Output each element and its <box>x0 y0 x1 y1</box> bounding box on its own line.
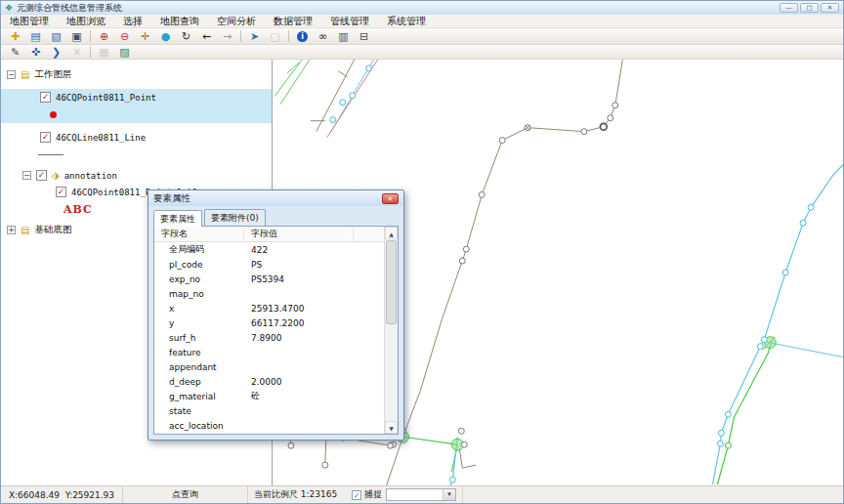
pipeline-segment[interactable] <box>712 165 843 484</box>
zoom-in-button[interactable]: ⊕ <box>95 29 113 44</box>
print-button[interactable]: ⊟ <box>355 29 373 44</box>
menu-item-2[interactable]: 选择 <box>114 15 151 28</box>
clear-selection-button[interactable]: ▢ <box>266 29 284 44</box>
pipeline-node[interactable] <box>782 270 788 275</box>
dialog-title-bar[interactable]: 要素属性 ✕ <box>148 190 403 206</box>
pipeline-node[interactable] <box>479 191 485 197</box>
save-button[interactable]: ▣ <box>67 29 86 44</box>
pipeline-segment[interactable] <box>459 448 476 468</box>
layer-checkbox[interactable]: ✓ <box>40 92 51 103</box>
table-row[interactable]: y66117.2200 <box>154 315 384 330</box>
menu-item-6[interactable]: 管线管理 <box>321 15 378 28</box>
layer-item-line[interactable]: ✓ 46CQLine0811_Line <box>1 129 272 163</box>
delete-feature-button[interactable]: ✕ <box>67 45 86 60</box>
pipeline-node[interactable] <box>322 462 328 468</box>
layer-checkbox[interactable]: ✓ <box>40 132 51 143</box>
snap-layer-combobox[interactable]: ▾ <box>386 488 456 501</box>
zoom-out-button[interactable]: ⊖ <box>115 29 134 44</box>
pipeline-node[interactable] <box>725 411 731 417</box>
table-row[interactable]: exp_noPS5394 <box>154 272 384 286</box>
minimize-button[interactable]: — <box>780 3 798 13</box>
expand-icon[interactable]: + <box>7 226 16 234</box>
table-row[interactable]: d_deep2.0000 <box>154 374 384 389</box>
scroll-up-icon[interactable]: ▲ <box>385 227 398 239</box>
pipeline-node[interactable] <box>449 477 455 483</box>
pipeline-segment[interactable] <box>325 439 326 464</box>
pipeline-node[interactable] <box>388 442 394 448</box>
pipeline-node[interactable] <box>366 65 372 71</box>
table-row[interactable]: map_no <box>154 286 384 301</box>
forward-button[interactable]: → <box>218 29 236 44</box>
pipeline-node[interactable] <box>288 442 294 448</box>
pipeline-node[interactable] <box>340 100 346 105</box>
pipeline-node[interactable] <box>800 220 806 226</box>
dialog-close-icon[interactable]: ✕ <box>382 193 399 204</box>
pipeline-node[interactable] <box>461 441 467 447</box>
menu-item-3[interactable]: 地图查询 <box>151 15 208 28</box>
table-row[interactable]: state <box>154 403 384 418</box>
move-feature-button[interactable]: ✜ <box>26 45 45 60</box>
layer-item-point-selected[interactable]: ✓ 46CQPoint0811_Point <box>1 89 272 123</box>
menu-item-0[interactable]: 地图管理 <box>1 15 58 28</box>
pipeline-node[interactable] <box>600 123 607 130</box>
select-features-button[interactable]: ➤ <box>245 29 264 44</box>
full-extent-button[interactable]: ● <box>156 29 175 44</box>
maximize-button[interactable]: □ <box>800 3 819 13</box>
pipeline-node[interactable] <box>757 344 763 350</box>
menu-item-7[interactable]: 系统管理 <box>378 15 435 28</box>
pipeline-segment[interactable] <box>387 60 623 485</box>
tab-feature-attachments[interactable]: 要素附件(0) <box>204 209 266 226</box>
measure-button[interactable]: ▥ <box>334 29 353 44</box>
menu-item-4[interactable]: 空间分析 <box>208 15 265 28</box>
table-row[interactable]: pl_codePS <box>154 257 384 272</box>
back-button[interactable]: ← <box>197 29 216 44</box>
table-row[interactable]: appendant <box>154 359 384 374</box>
pipeline-node[interactable] <box>717 441 723 446</box>
dialog-scrollbar[interactable]: ▲ ▼ <box>384 227 398 434</box>
layer-manager-button[interactable]: ▤ <box>26 29 45 44</box>
refresh-button[interactable]: ↻ <box>177 29 195 44</box>
image-button[interactable]: ▨ <box>115 45 134 60</box>
pipeline-node[interactable] <box>718 430 724 436</box>
table-row[interactable]: 全局编码422 <box>154 242 384 257</box>
pipeline-node[interactable] <box>458 428 464 434</box>
layer-group-annotation[interactable]: − ✓ ⬗ annotation <box>1 167 272 184</box>
pipeline-node[interactable] <box>761 337 767 343</box>
collapse-icon[interactable]: − <box>7 70 16 79</box>
pipeline-node[interactable] <box>612 103 618 108</box>
snap-checkbox[interactable]: ✓ <box>352 490 361 500</box>
add-data-button[interactable]: ✚ <box>6 29 24 44</box>
table-row[interactable]: surf_h7.8900 <box>154 330 384 345</box>
attribute-table-button[interactable]: ▦ <box>95 45 113 60</box>
layer-group-working[interactable]: − ▤ 工作图层 <box>1 66 272 83</box>
next-feature-button[interactable]: ❯ <box>47 45 65 60</box>
pipeline-node[interactable] <box>725 442 731 448</box>
pipeline-node[interactable] <box>330 117 336 123</box>
sketch-button[interactable]: ✎ <box>6 45 24 60</box>
menu-item-5[interactable]: 数据管理 <box>265 15 321 28</box>
scrollbar-thumb[interactable] <box>386 240 397 324</box>
pipeline-node[interactable] <box>608 115 613 121</box>
pipeline-segment[interactable] <box>274 60 306 97</box>
pipeline-node[interactable] <box>581 129 587 135</box>
layer-checkbox[interactable]: ✓ <box>36 170 47 181</box>
table-row[interactable]: feature <box>154 345 384 359</box>
layer-checkbox[interactable]: ✓ <box>56 187 66 197</box>
pipeline-node[interactable] <box>350 93 356 99</box>
pipeline-node[interactable] <box>463 246 469 252</box>
menu-item-1[interactable]: 地图浏览 <box>58 15 114 28</box>
pipeline-node[interactable] <box>499 138 505 144</box>
tab-feature-attributes[interactable]: 要素属性 <box>153 210 202 227</box>
find-button[interactable]: ∞ <box>314 29 332 44</box>
pipeline-node[interactable] <box>459 258 465 264</box>
table-row[interactable]: g_material砼 <box>154 389 384 403</box>
identify-button[interactable]: i <box>293 29 312 44</box>
scroll-down-icon[interactable]: ▼ <box>385 421 398 434</box>
collapse-icon[interactable]: − <box>22 171 31 180</box>
pipeline-node[interactable] <box>808 204 814 210</box>
chevron-down-icon[interactable]: ▾ <box>443 489 455 500</box>
pan-button[interactable]: ✛ <box>136 29 154 44</box>
table-row[interactable]: acc_location <box>154 418 384 433</box>
close-button[interactable]: ✕ <box>821 3 839 13</box>
table-row[interactable]: x25913.4700 <box>154 301 384 315</box>
